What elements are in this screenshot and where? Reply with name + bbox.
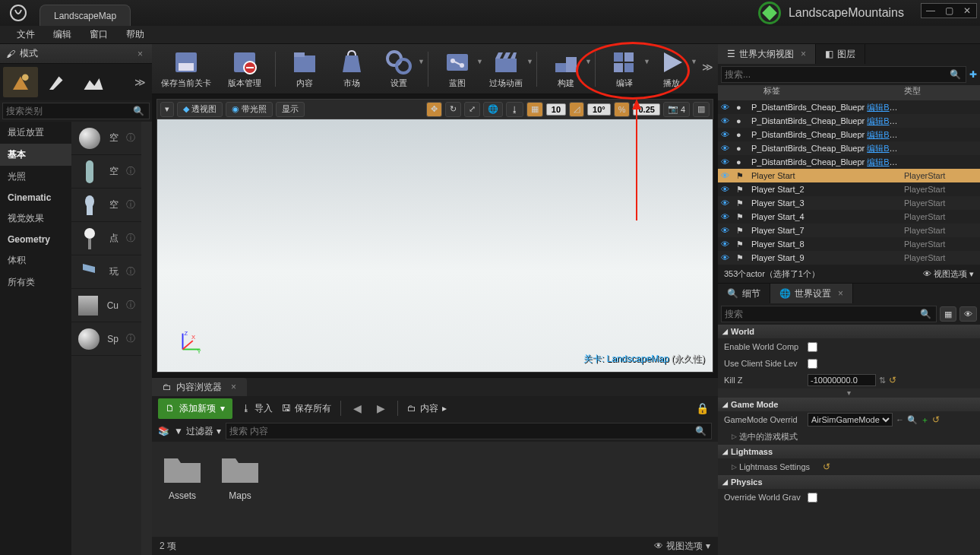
- vp-grid-snap-value[interactable]: 10: [546, 103, 566, 116]
- mode-place[interactable]: [3, 67, 38, 97]
- info-icon[interactable]: ⓘ: [126, 232, 135, 245]
- vp-lit[interactable]: ◉带光照: [226, 102, 273, 117]
- tb-blueprint[interactable]: 蓝图▼: [439, 47, 476, 90]
- info-icon[interactable]: ⓘ: [126, 265, 135, 278]
- list-item[interactable]: 空ⓘ: [71, 155, 141, 189]
- details-search[interactable]: 🔍: [721, 306, 937, 322]
- visibility-icon[interactable]: 👁: [721, 116, 733, 125]
- gm-browse[interactable]: 🔍: [907, 415, 918, 425]
- visibility-icon[interactable]: 👁: [721, 198, 733, 208]
- modes-expand[interactable]: ≫: [112, 76, 149, 88]
- menu-help[interactable]: 帮助: [117, 25, 153, 44]
- visibility-icon[interactable]: 👁: [721, 253, 733, 262]
- close-icon[interactable]: ×: [231, 382, 236, 392]
- reset-icon[interactable]: ↺: [932, 414, 940, 425]
- vp-scale-snap-toggle[interactable]: %: [614, 102, 631, 117]
- modes-search-input[interactable]: [6, 106, 131, 116]
- list-item[interactable]: 空ⓘ: [71, 189, 141, 222]
- tb-save[interactable]: 保存当前关卡: [158, 47, 214, 90]
- gm-add[interactable]: ＋: [921, 414, 929, 426]
- list-item[interactable]: 空ⓘ: [71, 122, 141, 155]
- visibility-icon[interactable]: 👁: [721, 130, 733, 139]
- cb-save-all[interactable]: 🖫 保存所有: [282, 402, 331, 415]
- mode-landscape[interactable]: [76, 67, 111, 97]
- outliner-row[interactable]: 👁●P_DistantBirds_Cheap_Bluepr 编辑BP_Birds: [718, 100, 980, 114]
- chk-enable-world-comp[interactable]: [808, 342, 817, 352]
- menu-file[interactable]: 文件: [8, 25, 44, 44]
- vp-angle-snap-toggle[interactable]: ◿: [569, 102, 584, 117]
- input-kill-z[interactable]: [808, 374, 876, 386]
- chevron-down-icon[interactable]: ▼: [643, 58, 650, 65]
- chevron-down-icon[interactable]: ▼: [585, 58, 592, 65]
- visibility-icon[interactable]: 👁: [721, 171, 733, 180]
- scrollbar[interactable]: [141, 122, 152, 555]
- chevron-down-icon[interactable]: ▼: [691, 58, 697, 65]
- close-icon[interactable]: ×: [838, 288, 843, 299]
- outliner-row[interactable]: 👁⚑Player Start_7PlayerStart: [718, 224, 980, 237]
- vp-maximize[interactable]: ▥: [693, 102, 710, 117]
- outliner-search-input[interactable]: [725, 69, 948, 80]
- level-tab[interactable]: LandscapeMap: [40, 5, 131, 26]
- outliner-row[interactable]: 👁⚑Player Start_4PlayerStart: [718, 210, 980, 224]
- cat-geometry[interactable]: Geometry: [0, 230, 71, 249]
- vp-world[interactable]: 🌐: [483, 102, 503, 117]
- visibility-icon[interactable]: 👁: [721, 103, 733, 112]
- chevron-down-icon[interactable]: ▼: [418, 58, 425, 65]
- visibility-icon[interactable]: 👁: [721, 144, 733, 153]
- chk-override-gravity[interactable]: [808, 493, 817, 503]
- outliner-row[interactable]: 👁⚑Player Start_9PlayerStart: [718, 251, 980, 265]
- visibility-icon[interactable]: 👁: [721, 157, 733, 166]
- cb-search[interactable]: 🔍: [226, 423, 712, 439]
- list-item[interactable]: Spⓘ: [71, 322, 141, 356]
- vp-angle-snap-value[interactable]: 10°: [587, 103, 611, 116]
- info-icon[interactable]: ⓘ: [126, 299, 135, 312]
- outliner-row[interactable]: 👁●P_DistantBirds_Cheap_Bluepr 编辑BP_Birds: [718, 114, 980, 128]
- cat-vfx[interactable]: 视觉效果: [0, 208, 71, 230]
- visibility-icon[interactable]: 👁: [721, 239, 733, 249]
- details-search-input[interactable]: [725, 309, 918, 319]
- tab-details[interactable]: 🔍细节: [718, 284, 770, 303]
- info-icon[interactable]: ⓘ: [126, 332, 135, 345]
- cb-path-root[interactable]: 🗀 内容 ▸: [407, 402, 447, 415]
- cb-folder[interactable]: Maps: [220, 452, 260, 526]
- section-lightmass[interactable]: ◢Lightmass: [718, 445, 980, 458]
- chevron-down-icon[interactable]: ▼: [476, 58, 483, 65]
- modes-panel-close[interactable]: ×: [134, 49, 146, 59]
- vp-scale[interactable]: ⤢: [464, 102, 480, 117]
- minimize-button[interactable]: —: [922, 4, 940, 17]
- cat-recent[interactable]: 最近放置: [0, 122, 71, 144]
- cb-lock[interactable]: 🔒: [693, 402, 712, 414]
- menu-edit[interactable]: 编辑: [44, 25, 81, 44]
- vp-menu[interactable]: ▾: [160, 102, 174, 117]
- cat-all[interactable]: 所有类: [0, 271, 71, 293]
- vp-translate[interactable]: ✥: [426, 102, 442, 117]
- cat-lights[interactable]: 光照: [0, 166, 71, 188]
- list-item[interactable]: Cuⓘ: [71, 289, 141, 322]
- outliner-row[interactable]: 👁⚑Player Start_3PlayerStart: [718, 196, 980, 210]
- visibility-icon[interactable]: 👁: [721, 212, 733, 221]
- tab-layers[interactable]: ◧图层: [816, 44, 865, 64]
- list-item[interactable]: 点ⓘ: [71, 222, 141, 255]
- vp-perspective[interactable]: ◆透视图: [177, 102, 223, 117]
- details-eye[interactable]: 👁: [959, 306, 977, 322]
- outliner-search[interactable]: 🔍: [721, 66, 966, 83]
- cb-view-options[interactable]: 👁 视图选项 ▾: [654, 540, 710, 553]
- outliner-row[interactable]: 👁●P_DistantBirds_Cheap_Bluepr 编辑BP_Birds: [718, 155, 980, 169]
- outliner-row[interactable]: 👁●P_DistantBirds_Cheap_Bluepr 编辑BP_Birds: [718, 128, 980, 141]
- mode-paint[interactable]: [40, 67, 74, 97]
- cb-search-input[interactable]: [229, 426, 694, 436]
- vp-camera-speed[interactable]: 📷 4: [663, 102, 690, 117]
- tab-world-settings[interactable]: 🌐世界设置×: [770, 284, 853, 303]
- vp-surface-snap[interactable]: ⭳: [506, 102, 523, 117]
- outliner-view-options[interactable]: 👁 视图选项 ▾: [923, 268, 974, 280]
- cb-sources-toggle[interactable]: 📚: [158, 426, 169, 436]
- vp-grid-snap-toggle[interactable]: ▦: [526, 102, 543, 117]
- info-icon[interactable]: ⓘ: [126, 198, 135, 211]
- details-matrix-view[interactable]: ▦: [940, 306, 956, 322]
- cb-fwd[interactable]: ▶: [374, 402, 388, 414]
- expand-world[interactable]: ▾: [718, 388, 980, 398]
- tb-marketplace[interactable]: 市场: [334, 47, 370, 90]
- close-icon[interactable]: ×: [801, 49, 806, 59]
- info-icon[interactable]: ⓘ: [126, 132, 135, 144]
- vp-show[interactable]: 显示: [276, 102, 305, 117]
